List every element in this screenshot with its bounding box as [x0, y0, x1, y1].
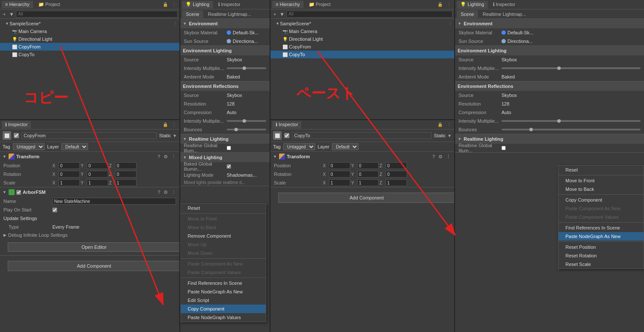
- far-right-intensity-slider[interactable]: [501, 67, 641, 69]
- cm-right-copy-component[interactable]: Copy Component: [559, 196, 644, 204]
- left-hierarchy-search-input[interactable]: [18, 12, 176, 16]
- right-obj-name-field[interactable]: [292, 132, 431, 139]
- right-scale-x-input[interactable]: [329, 179, 350, 186]
- far-right-skybox-value[interactable]: Default-Sk...: [501, 30, 641, 35]
- cm-left-reset[interactable]: Reset: [181, 204, 266, 212]
- left-inspector-tab[interactable]: ℹ Inspector: [2, 121, 31, 129]
- mid-intensity-slider[interactable]: [227, 67, 266, 69]
- left-scale-x-input[interactable]: [58, 179, 80, 186]
- right-transform-kebab-btn[interactable]: ⋮: [445, 154, 452, 160]
- left-pos-x-input[interactable]: [58, 162, 80, 169]
- mid-env-reflections-header[interactable]: Environment Reflections: [180, 81, 270, 91]
- left-layer-dropdown[interactable]: Default: [61, 143, 88, 150]
- right-tree-item-copyto[interactable]: ⬜ CopyTo: [270, 51, 454, 58]
- left-transform-kebab-btn[interactable]: ⋮: [170, 154, 177, 160]
- left-add-component-btn[interactable]: Add Component: [8, 261, 179, 271]
- cm-left-move-down[interactable]: Move Down: [181, 249, 266, 257]
- right-rot-x-input[interactable]: [329, 171, 350, 178]
- left-pos-y-input[interactable]: [87, 162, 108, 169]
- right-rot-z-input[interactable]: [386, 171, 407, 178]
- cm-right-paste-component-values[interactable]: Paste Component Values: [559, 213, 644, 221]
- right-pos-x-input[interactable]: [329, 162, 350, 169]
- right-project-tab[interactable]: 📁 Project: [305, 1, 334, 8]
- left-obj-active-checkbox[interactable]: [14, 133, 19, 138]
- left-arbor-settings-btn[interactable]: ⚙: [163, 190, 169, 195]
- cm-left-move-back[interactable]: Move to Back: [181, 223, 266, 232]
- left-transform-header[interactable]: ▼ Transform ? ⚙ ⋮: [0, 152, 179, 161]
- far-right-env-lighting-header[interactable]: Environment Lighting: [455, 46, 644, 55]
- left-arbor-header[interactable]: ▼ ArborFSM ? ⚙ ⋮: [0, 187, 179, 197]
- right-tree-item-samplescene[interactable]: ▼ SampleScene* ⋮: [270, 20, 454, 27]
- far-right-ref-bounces-slider[interactable]: [501, 129, 641, 130]
- right-transform-help-btn[interactable]: ?: [431, 154, 436, 159]
- mid-lighting-tab[interactable]: 💡 Lighting: [182, 1, 213, 9]
- right-tree-item-maincamera[interactable]: 📷 Main Camera: [270, 27, 454, 35]
- right-rot-y-input[interactable]: [357, 171, 379, 178]
- left-scale-y-input[interactable]: [87, 179, 108, 186]
- cm-right-reset-position[interactable]: Reset Position: [559, 243, 644, 251]
- right-pos-y-input[interactable]: [357, 162, 379, 169]
- mid-ref-intensity-slider[interactable]: [227, 120, 266, 122]
- cm-left-paste-component-values[interactable]: Paste Component Values: [181, 268, 266, 277]
- left-arbor-play-checkbox[interactable]: [52, 208, 57, 212]
- cm-left-find-refs[interactable]: Find References In Scene: [181, 279, 266, 287]
- left-tag-dropdown[interactable]: Untagged: [13, 143, 45, 150]
- tree-item-samplescene[interactable]: ▼ SampleScene* ⋮: [0, 20, 179, 27]
- left-pos-z-input[interactable]: [115, 162, 137, 169]
- left-rot-x-input[interactable]: [58, 171, 80, 178]
- left-inspector-lock-icon[interactable]: 🔒: [161, 122, 169, 127]
- far-right-realtime-header[interactable]: ▼ Realtime Lighting: [455, 134, 644, 144]
- cm-left-edit-script[interactable]: Edit Script: [181, 296, 266, 305]
- right-hierarchy-tab[interactable]: ≡ Hierarchy: [272, 1, 304, 8]
- left-rot-z-input[interactable]: [115, 171, 137, 178]
- tree-item-maincamera[interactable]: 📷 Main Camera: [0, 27, 179, 35]
- left-arbor-help-btn[interactable]: ?: [157, 190, 161, 195]
- right-inspector-kebab-icon[interactable]: ⋮: [446, 122, 453, 127]
- mid-baked-gi-checkbox[interactable]: [227, 164, 231, 169]
- cm-right-paste-component-new[interactable]: Paste Component As New: [559, 204, 644, 213]
- right-samplescene-kebab[interactable]: ⋮: [448, 21, 453, 27]
- cm-left-remove-component[interactable]: Remove Component: [181, 232, 266, 240]
- cm-left-paste-nodegraph-new[interactable]: Paste NodeGraph As New: [181, 287, 266, 296]
- mid-scene-tab[interactable]: Scene: [182, 10, 203, 18]
- cm-left-copy-component[interactable]: Copy Component: [181, 305, 266, 313]
- right-hierarchy-lock-icon[interactable]: 🔒: [436, 2, 444, 7]
- far-right-environment-header[interactable]: ▼ Environment: [455, 19, 644, 28]
- right-obj-active-checkbox[interactable]: [284, 133, 289, 138]
- left-rot-y-input[interactable]: [87, 171, 108, 178]
- left-transform-help-btn[interactable]: ?: [157, 154, 161, 159]
- right-hierarchy-kebab-icon[interactable]: ⋮: [446, 2, 453, 7]
- left-scale-z-input[interactable]: [115, 179, 137, 186]
- far-right-lightmap-tab[interactable]: Realtime Lightmap...: [479, 10, 530, 18]
- left-hierarchy-kebab-icon[interactable]: ⋮: [171, 2, 178, 7]
- tree-item-directionallight[interactable]: 💡 Directional Light: [0, 35, 179, 43]
- right-static-dropdown[interactable]: ▼: [447, 133, 452, 138]
- left-arbor-name-input[interactable]: [52, 198, 176, 205]
- mid-inspector-tab[interactable]: ℹ Inspector: [215, 1, 244, 8]
- mid-ref-bounces-slider[interactable]: [227, 129, 266, 130]
- left-obj-name-field[interactable]: [21, 132, 157, 139]
- left-inspector-kebab-icon[interactable]: ⋮: [171, 122, 178, 127]
- mid-realtime-lighting-header[interactable]: ▼ Realtime Lighting: [180, 134, 270, 144]
- cm-left-paste-component-new[interactable]: Paste Component As New: [181, 260, 266, 268]
- left-hierarchy-lock-icon[interactable]: 🔒: [161, 2, 169, 7]
- cm-left-move-up[interactable]: Move Up: [181, 240, 266, 249]
- left-open-editor-btn[interactable]: Open Editor: [8, 242, 179, 252]
- right-inspector-tab[interactable]: ℹ Inspector: [272, 121, 301, 129]
- mid-environment-header[interactable]: ▼ Environment: [180, 19, 270, 28]
- left-arbor-active-checkbox[interactable]: [16, 190, 21, 195]
- right-transform-settings-btn[interactable]: ⚙: [437, 154, 444, 160]
- mid-lightmap-tab[interactable]: Realtime Lightmap...: [204, 10, 255, 18]
- tree-item-copyfrom[interactable]: ⬜ CopyFrom: [0, 43, 179, 51]
- right-scale-y-input[interactable]: [357, 179, 379, 186]
- right-hierarchy-arrow-btn[interactable]: ▼: [278, 11, 286, 17]
- left-transform-settings-btn[interactable]: ⚙: [163, 154, 169, 160]
- right-inspector-lock-icon[interactable]: 🔒: [436, 122, 444, 127]
- right-tree-item-directionallight[interactable]: 💡 Directional Light: [270, 35, 454, 43]
- right-scale-z-input[interactable]: [386, 179, 407, 186]
- left-static-dropdown[interactable]: ▼: [173, 133, 177, 138]
- cm-left-paste-nodegraph-values[interactable]: Paste NodeGraph Values: [181, 313, 266, 322]
- far-right-sun-value[interactable]: Directiona...: [501, 39, 641, 44]
- left-project-tab[interactable]: 📁 Project: [35, 1, 64, 8]
- right-hierarchy-search-input[interactable]: [289, 12, 450, 16]
